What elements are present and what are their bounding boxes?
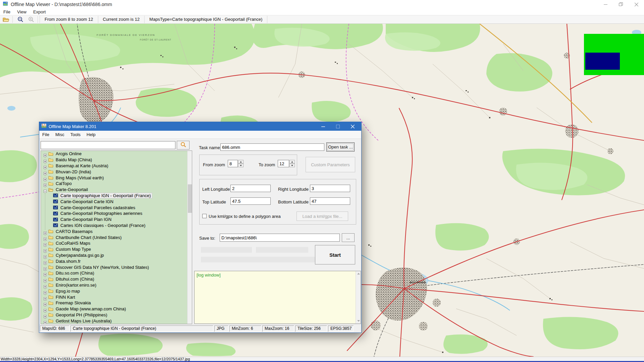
from-zoom-spinner[interactable] bbox=[238, 160, 244, 167]
search-input[interactable] bbox=[41, 141, 175, 149]
expand-icon[interactable] bbox=[44, 307, 47, 310]
tree-item-label[interactable]: Freemap Slovakia bbox=[55, 300, 92, 305]
scroll-up-icon[interactable] bbox=[356, 271, 361, 276]
tree-item-label[interactable]: CoCoRaHS Maps bbox=[55, 241, 91, 246]
map-source-tree[interactable]: Arcgis OnlineBaidu Map (China)Basemap.at… bbox=[41, 150, 192, 324]
tree-item-label[interactable]: Carte-Geoportail bbox=[55, 187, 89, 192]
start-button[interactable]: Start bbox=[315, 245, 355, 264]
expand-icon[interactable] bbox=[44, 182, 47, 185]
tree-item-label[interactable]: CalTopo bbox=[55, 181, 73, 186]
tree-item[interactable]: Cyberjapandata.gsi.go.jp bbox=[41, 252, 192, 258]
tree-item[interactable]: Carte-Geoportail bbox=[41, 187, 192, 193]
tree-item-label[interactable]: Cartes IGN classiques - Geoportail (Fran… bbox=[59, 223, 147, 228]
tree-item-label[interactable]: Carte-Geoportail Carte IGN bbox=[59, 199, 114, 204]
zoom-in-icon[interactable] bbox=[26, 16, 36, 23]
expand-icon[interactable] bbox=[44, 284, 47, 287]
tree-item[interactable]: Bing Maps (Virtual earth) bbox=[41, 175, 192, 181]
expand-icon[interactable] bbox=[44, 170, 47, 173]
expand-icon[interactable] bbox=[44, 301, 47, 304]
tree-item-label[interactable]: Baidu Map (China) bbox=[55, 157, 93, 162]
tree-item[interactable]: CoCoRaHS Maps bbox=[41, 240, 192, 246]
tree-item-label[interactable]: Carte-Geoportail Photographies aeriennes bbox=[59, 211, 143, 216]
tree-item-label[interactable]: Data.shom.fr bbox=[55, 259, 82, 264]
left-longitude-input[interactable] bbox=[230, 185, 271, 192]
tree-item[interactable]: Dituhui.com (China) bbox=[41, 276, 192, 282]
dialog-close-button[interactable] bbox=[345, 122, 360, 131]
tree-item-label[interactable]: Basemap.at Karte (Austria) bbox=[55, 163, 109, 168]
tree-item[interactable]: Ditu.so.com (China) bbox=[41, 270, 192, 276]
tree-item[interactable]: FINN Kart bbox=[41, 294, 192, 300]
custom-parameters-button[interactable]: Custom Parameters bbox=[306, 157, 355, 172]
expand-icon[interactable] bbox=[44, 313, 47, 316]
dialog-menu-misc[interactable]: Misc bbox=[52, 132, 67, 137]
load-kml-button[interactable]: Load a kml/gpx file... bbox=[297, 212, 348, 221]
dialog-menu-file[interactable]: File bbox=[39, 132, 52, 137]
dialog-menu-tools[interactable]: Tools bbox=[67, 132, 84, 137]
tree-item[interactable]: Cartes IGN classiques - Geoportail (Fran… bbox=[41, 223, 192, 229]
tree-item-label[interactable]: Chartbundle Chart (United States) bbox=[55, 235, 123, 240]
expand-icon[interactable] bbox=[44, 296, 47, 299]
tree-item-label[interactable]: Getlost Maps Live (Australia) bbox=[55, 318, 113, 323]
tree-item-label[interactable]: FINN Kart bbox=[55, 295, 76, 300]
expand-icon[interactable] bbox=[44, 272, 47, 275]
expand-icon[interactable] bbox=[44, 230, 47, 233]
minimize-button[interactable] bbox=[598, 0, 613, 9]
collapse-icon[interactable] bbox=[44, 188, 47, 191]
tree-scrollbar[interactable] bbox=[187, 151, 192, 324]
tree-item-label[interactable]: Arcgis Online bbox=[55, 151, 83, 156]
save-to-input[interactable] bbox=[220, 234, 340, 242]
tree-item-label[interactable]: CARTO Basemaps bbox=[55, 229, 94, 234]
search-button[interactable] bbox=[177, 141, 190, 149]
expand-icon[interactable] bbox=[44, 242, 47, 245]
tree-item[interactable]: Discover GIS Data NY (NewYork, United St… bbox=[41, 264, 192, 270]
tree-item[interactable]: Carte-Geoportail Parcelles cadastrales bbox=[41, 204, 192, 210]
menu-file[interactable]: File bbox=[0, 9, 14, 14]
restore-button[interactable] bbox=[613, 0, 629, 9]
log-window[interactable]: [log window] bbox=[194, 271, 361, 324]
to-zoom-input[interactable] bbox=[278, 160, 289, 167]
tree-item-label[interactable]: Geoportal PH (Philippines) bbox=[55, 312, 108, 317]
tree-item-label[interactable]: Eniro(kartor.eniro.se) bbox=[55, 283, 97, 288]
tree-item[interactable]: Data.shom.fr bbox=[41, 258, 192, 264]
expand-icon[interactable] bbox=[44, 260, 47, 263]
tree-item[interactable]: Carte-Geoportail Carte IGN bbox=[41, 198, 192, 204]
tree-item-label[interactable]: Gaode Map (www.amap.com China) bbox=[55, 306, 127, 311]
expand-icon[interactable] bbox=[44, 152, 47, 155]
expand-icon[interactable] bbox=[44, 319, 47, 322]
task-name-input[interactable] bbox=[220, 143, 324, 151]
tree-item[interactable]: Carte-Geoportail Photographies aeriennes bbox=[41, 210, 192, 217]
tree-item-label[interactable]: Bing Maps (Virtual earth) bbox=[55, 175, 105, 180]
tree-item[interactable]: Gaode Map (www.amap.com China) bbox=[41, 306, 192, 312]
tree-item[interactable]: Bhuvan-2D (India) bbox=[41, 169, 192, 175]
tree-item[interactable]: Eniro(kartor.eniro.se) bbox=[41, 282, 192, 288]
tree-item[interactable]: Arcgis Online bbox=[41, 151, 192, 157]
menu-export[interactable]: Export bbox=[30, 9, 49, 14]
tree-item-label[interactable]: Ditu.so.com (China) bbox=[55, 270, 95, 276]
expand-icon[interactable] bbox=[44, 236, 47, 239]
expand-icon[interactable] bbox=[44, 164, 47, 167]
tree-item[interactable]: Getlost Maps Live (Australia) bbox=[41, 318, 192, 324]
browse-button[interactable]: ... bbox=[342, 233, 355, 242]
tree-item[interactable]: Basemap.at Karte (Austria) bbox=[41, 163, 192, 169]
open-folder-button[interactable] bbox=[1, 16, 11, 23]
tree-item[interactable]: Custom Map Type bbox=[41, 246, 192, 252]
tree-item-label[interactable]: Epsg.io map bbox=[55, 289, 81, 294]
tree-item[interactable]: Carte topographique IGN - Geoportail (Fr… bbox=[41, 193, 192, 199]
top-latitude-input[interactable] bbox=[230, 197, 271, 205]
dialog-titlebar[interactable]: Offline Map Maker 8.201 bbox=[39, 122, 361, 131]
tree-item[interactable]: CARTO Basemaps bbox=[41, 228, 192, 234]
zoom-out-icon[interactable] bbox=[16, 16, 25, 23]
tree-item-label[interactable]: Cyberjapandata.gsi.go.jp bbox=[55, 253, 105, 258]
dialog-menu-help[interactable]: Help bbox=[84, 132, 99, 137]
tree-item-label[interactable]: Custom Map Type bbox=[55, 247, 92, 252]
tree-item-label[interactable]: Carte topographique IGN - Geoportail (Fr… bbox=[59, 193, 152, 198]
bottom-latitude-input[interactable] bbox=[310, 197, 350, 205]
dialog-maximize-button[interactable] bbox=[330, 122, 345, 131]
tree-item[interactable]: CalTopo bbox=[41, 181, 192, 187]
from-zoom-input[interactable] bbox=[228, 160, 238, 167]
to-zoom-spinner[interactable] bbox=[289, 160, 295, 167]
tree-item[interactable]: Geoportal PH (Philippines) bbox=[41, 312, 192, 318]
tree-item[interactable]: Epsg.io map bbox=[41, 288, 192, 294]
tree-item[interactable]: Baidu Map (China) bbox=[41, 157, 192, 163]
expand-icon[interactable] bbox=[44, 254, 47, 257]
